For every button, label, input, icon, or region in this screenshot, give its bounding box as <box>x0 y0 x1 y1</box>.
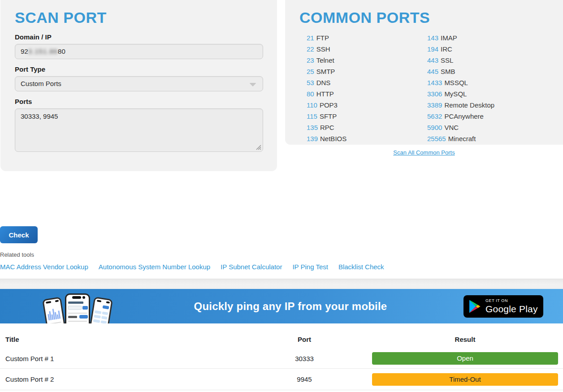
port-service-name: NetBIOS <box>320 135 346 142</box>
common-port-item: 21FTP <box>307 32 427 43</box>
google-play-icon <box>469 300 481 313</box>
port-type-select[interactable]: Custom Ports <box>15 76 263 91</box>
port-link[interactable]: 23 <box>307 56 314 64</box>
common-port-item: 5900VNC <box>427 122 557 133</box>
common-port-item: 80HTTP <box>307 88 427 99</box>
port-type-selected-value: Custom Ports <box>21 80 61 87</box>
port-link[interactable]: 115 <box>307 112 317 120</box>
common-ports-column-1: 21FTP 22SSH 23Telnet 25SMTP 53DNS 80HTTP… <box>307 32 427 144</box>
port-link[interactable]: 53 <box>307 79 314 86</box>
scan-port-title: SCAN PORT <box>15 8 263 27</box>
port-service-name: SSH <box>316 45 330 53</box>
port-service-name: MySQL <box>444 90 467 98</box>
scan-results-table: Title Port Result Custom Port # 1 30333 … <box>0 330 563 390</box>
port-service-name: SMB <box>441 68 455 75</box>
port-link[interactable]: 80 <box>307 90 314 98</box>
common-port-item: 443SSL <box>427 55 557 66</box>
port-link[interactable]: 1433 <box>427 79 442 86</box>
port-link[interactable]: 25565 <box>427 135 446 142</box>
common-port-item: 25565Minecraft <box>427 133 557 144</box>
port-service-name: IMAP <box>441 34 457 42</box>
header-title: Title <box>0 336 249 343</box>
row-port: 30333 <box>249 355 360 362</box>
port-service-name: VNC <box>444 124 459 131</box>
common-port-item: 53DNS <box>307 77 427 88</box>
port-link[interactable]: 110 <box>307 101 317 109</box>
port-service-name: RPC <box>320 124 334 131</box>
port-service-name: DNS <box>316 79 331 86</box>
row-title: Custom Port # 1 <box>0 355 249 362</box>
domain-ip-masked-value: 3.151.86 <box>28 47 58 55</box>
port-link[interactable]: 22 <box>307 45 314 53</box>
related-tools-links: MAC Address Vendor Lookup Autonomous Sys… <box>0 263 384 271</box>
common-ports-grid: 21FTP 22SSH 23Telnet 25SMTP 53DNS 80HTTP… <box>307 32 557 144</box>
port-link[interactable]: 5632 <box>427 112 442 120</box>
google-play-badge[interactable]: GET IT ON Google Play <box>463 295 543 318</box>
port-service-name: HTTP <box>316 90 334 98</box>
port-service-name: Remote Desktop <box>444 101 494 109</box>
port-service-name: POP3 <box>320 101 338 109</box>
port-link[interactable]: 143 <box>427 34 438 42</box>
google-play-badge-text: GET IT ON Google Play <box>485 299 538 314</box>
google-play-get-it-on: GET IT ON <box>485 299 538 303</box>
port-service-name: PCAnywhere <box>444 112 484 120</box>
resize-handle-icon[interactable] <box>256 145 261 150</box>
link-autonomous-system-number-lookup[interactable]: Autonomous System Number Lookup <box>99 263 210 271</box>
port-service-name: IRC <box>441 45 452 53</box>
table-row: Custom Port # 1 30333 Open <box>0 349 563 369</box>
common-port-item: 3306MySQL <box>427 88 557 99</box>
common-port-item: 5632PCAnywhere <box>427 111 557 122</box>
check-button[interactable]: Check <box>0 226 38 243</box>
related-tools-heading: Related tools <box>0 251 34 258</box>
common-port-item: 22SSH <box>307 43 427 55</box>
row-port: 9945 <box>249 375 360 383</box>
link-blacklist-check[interactable]: Blacklist Check <box>338 263 384 271</box>
ports-label: Ports <box>15 98 263 105</box>
common-ports-title: COMMON PORTS <box>299 8 557 27</box>
port-service-name: Telnet <box>316 56 334 64</box>
port-link[interactable]: 21 <box>307 34 314 42</box>
common-port-item: 139NetBIOS <box>307 133 427 144</box>
scan-all-common-ports-link[interactable]: Scan All Common Ports <box>393 149 455 156</box>
ports-textarea[interactable]: 30333, 9945 <box>15 108 263 152</box>
port-link[interactable]: 5900 <box>427 124 442 131</box>
ports-value: 30333, 9945 <box>21 112 58 120</box>
port-service-name: SMTP <box>316 68 335 75</box>
port-link[interactable]: 3389 <box>427 101 442 109</box>
port-link[interactable]: 445 <box>427 68 438 75</box>
mobile-app-promo-banner: Quickly ping any IP from your mobile <box>0 289 563 323</box>
port-link[interactable]: 443 <box>427 56 438 64</box>
port-service-name: SFTP <box>320 112 337 120</box>
port-service-name: SSL <box>441 56 453 64</box>
domain-ip-value-end: 80 <box>58 47 65 55</box>
common-ports-column-2: 143IMAP 194IRC 443SSL 445SMB 1433MSSQL 3… <box>427 32 557 144</box>
table-row: Custom Port # 2 9945 Timed-Out <box>0 369 563 390</box>
common-port-item: 3389Remote Desktop <box>427 99 557 111</box>
link-ip-subnet-calculator[interactable]: IP Subnet Calculator <box>221 263 282 271</box>
section-divider-band <box>0 279 563 289</box>
results-header-row: Title Port Result <box>0 330 563 349</box>
header-result: Result <box>372 336 558 343</box>
common-port-item: 1433MSSQL <box>427 77 557 88</box>
port-type-label: Port Type <box>15 65 263 73</box>
common-port-item: 23Telnet <box>307 55 427 66</box>
port-service-name: MSSQL <box>444 79 468 86</box>
domain-ip-value-start: 92 <box>21 47 28 55</box>
link-mac-address-vendor-lookup[interactable]: MAC Address Vendor Lookup <box>0 263 88 271</box>
link-ip-ping-test[interactable]: IP Ping Test <box>292 263 328 271</box>
port-link[interactable]: 25 <box>307 68 314 75</box>
domain-ip-label: Domain / IP <box>15 33 263 41</box>
port-link[interactable]: 135 <box>307 124 318 131</box>
status-badge: Timed-Out <box>372 373 558 386</box>
common-ports-panel: COMMON PORTS 21FTP 22SSH 23Telnet 25SMTP… <box>285 0 563 145</box>
port-link[interactable]: 3306 <box>427 90 442 98</box>
common-port-item: 194IRC <box>427 43 557 55</box>
common-port-item: 110POP3 <box>307 99 427 111</box>
port-link[interactable]: 194 <box>427 45 438 53</box>
common-port-item: 25SMTP <box>307 66 427 77</box>
common-port-item: 143IMAP <box>427 32 557 43</box>
port-link[interactable]: 139 <box>307 135 318 142</box>
status-badge: Open <box>372 352 558 365</box>
domain-ip-input[interactable]: 923.151.8680 <box>15 44 263 59</box>
common-port-item: 445SMB <box>427 66 557 77</box>
